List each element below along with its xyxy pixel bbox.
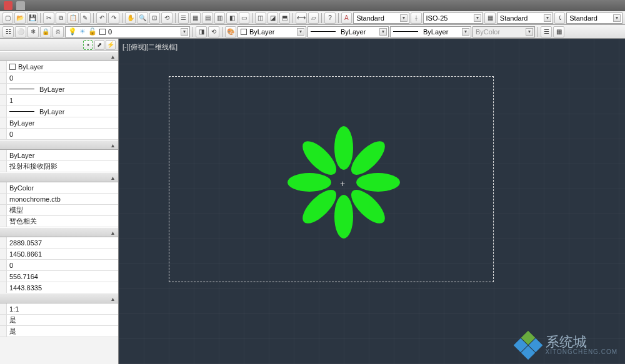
table-style-combo[interactable]: Standard ▾	[497, 12, 553, 24]
dist-icon[interactable]: ⟷	[296, 12, 306, 24]
tool-palettes-icon[interactable]: ▤	[202, 12, 212, 24]
plotstyle-combo[interactable]: ByColor ▾	[472, 26, 535, 37]
group-header[interactable]: ▴	[0, 293, 118, 303]
chevron-down-icon[interactable]: ▾	[544, 14, 551, 22]
linetype-combo[interactable]: ByLayer ▾	[308, 26, 389, 37]
properties-icon[interactable]: ☰	[178, 12, 189, 24]
chevron-down-icon[interactable]: ▾	[379, 28, 387, 36]
layer-off-icon[interactable]: ⚪	[15, 26, 26, 37]
pan-icon[interactable]: ✋	[125, 12, 136, 24]
property-value[interactable]: 556.7164	[6, 271, 118, 282]
chevron-down-icon[interactable]: ▾	[462, 28, 469, 36]
chevron-down-icon[interactable]: ▾	[400, 14, 408, 22]
sheet-set-icon[interactable]: ▥	[214, 12, 225, 24]
color-icon[interactable]: 🎨	[225, 26, 236, 37]
chevron-down-icon[interactable]: ▾	[297, 28, 304, 36]
property-value[interactable]: 投射和接收阴影	[6, 161, 118, 172]
text-style-combo[interactable]: Standard ▾	[353, 12, 409, 24]
property-row[interactable]: 1450.8661	[0, 248, 118, 260]
quickcalc-icon[interactable]: ▭	[239, 12, 249, 24]
property-value[interactable]: 0	[6, 260, 118, 270]
property-row[interactable]: ByLayer	[0, 150, 118, 161]
property-row[interactable]: 0	[0, 260, 118, 271]
property-value[interactable]: 1:1	[6, 303, 118, 314]
zoom-window-icon[interactable]: ⊡	[149, 12, 160, 24]
property-row[interactable]: 1	[0, 95, 118, 106]
property-row[interactable]: 556.7164	[0, 271, 118, 282]
property-value[interactable]: ByColor	[6, 182, 118, 193]
drawing-canvas[interactable]: [-][俯视][二维线框] + 系统城	[119, 39, 625, 364]
zoom-prev-icon[interactable]: ⟲	[161, 12, 172, 24]
property-row[interactable]: 0	[0, 129, 118, 140]
flower-drawing[interactable]: +	[281, 120, 406, 245]
property-row[interactable]: 是	[0, 326, 118, 337]
property-row[interactable]: 模型	[0, 205, 118, 216]
dim-style-icon[interactable]: ⟊	[411, 12, 421, 24]
property-row[interactable]: monochrome.ctb	[0, 194, 118, 205]
group-header[interactable]: ▴	[0, 172, 118, 182]
property-row[interactable]: 1443.8335	[0, 282, 118, 293]
wblock-icon[interactable]: ◪	[268, 12, 278, 24]
property-value[interactable]: 1443.8335	[6, 282, 118, 293]
property-row[interactable]: ByLayer	[0, 117, 118, 129]
layer-states-icon[interactable]: ⛭	[52, 26, 64, 37]
insert-icon[interactable]: ⬒	[279, 12, 290, 24]
property-row[interactable]: ByColor	[0, 182, 118, 194]
property-value[interactable]: 暂色相关	[6, 216, 118, 227]
toggle-pim-icon[interactable]: ▪	[83, 40, 93, 50]
property-row[interactable]: 1:1	[0, 303, 118, 315]
mleader-style-icon[interactable]: ⤹	[554, 12, 565, 24]
property-value[interactable]: ByLayer	[6, 117, 118, 128]
table-style-icon[interactable]: ▦	[484, 12, 495, 24]
design-center-icon[interactable]: ▦	[190, 12, 201, 24]
property-row[interactable]: 2889.0537	[0, 237, 118, 248]
paste-icon[interactable]: 📋	[68, 12, 78, 24]
property-row[interactable]: ByLayer	[0, 106, 118, 117]
property-row[interactable]: ByLayer	[0, 61, 118, 72]
copy-icon[interactable]: ⧉	[56, 12, 66, 24]
new-icon[interactable]: ▢	[2, 12, 13, 24]
color-combo[interactable]: ByLayer ▾	[238, 26, 306, 37]
property-value[interactable]: 是	[6, 315, 118, 325]
property-value[interactable]: monochrome.ctb	[6, 194, 118, 204]
chevron-down-icon[interactable]: ▾	[474, 14, 481, 22]
grid-icon[interactable]: ▦	[553, 26, 564, 37]
match-icon[interactable]: ✎	[80, 12, 91, 24]
property-value[interactable]: 1450.8661	[6, 248, 118, 259]
property-row[interactable]: ByLayer	[0, 84, 118, 95]
property-value[interactable]: ByLayer	[6, 106, 118, 117]
group-header[interactable]: ▴	[0, 51, 118, 61]
lineweight-combo[interactable]: ByLayer ▾	[390, 26, 471, 37]
property-value[interactable]: 0	[6, 72, 118, 83]
group-header[interactable]: ▴	[0, 227, 118, 237]
layer-prev-icon[interactable]: ⟲	[208, 26, 219, 37]
chevron-down-icon[interactable]: ▾	[526, 28, 533, 36]
area-icon[interactable]: ▱	[308, 12, 319, 24]
dim-style-combo[interactable]: ISO-25 ▾	[423, 12, 484, 24]
quick-select-icon[interactable]: ⚡	[106, 40, 116, 50]
zoom-icon[interactable]: 🔍	[137, 12, 148, 24]
property-value[interactable]: ByLayer	[6, 150, 118, 160]
help-icon[interactable]: ?	[324, 12, 335, 24]
save-icon[interactable]: 💾	[27, 12, 38, 24]
layer-lock-icon[interactable]: 🔒	[40, 26, 51, 37]
property-value[interactable]: 是	[6, 326, 118, 337]
chevron-down-icon[interactable]: ▾	[181, 28, 188, 36]
undo-icon[interactable]: ↶	[96, 12, 107, 24]
layer-props-icon[interactable]: ☷	[2, 26, 14, 37]
list-icon[interactable]: ☰	[541, 26, 552, 37]
property-row[interactable]: 暂色相关	[0, 216, 118, 227]
redo-icon[interactable]: ↷	[108, 12, 119, 24]
property-value[interactable]: 1	[6, 95, 118, 106]
layer-combo[interactable]: 💡 ☀ 🔓 0 ▾	[65, 26, 190, 37]
group-header[interactable]: ▴	[0, 140, 118, 150]
block-icon[interactable]: ◫	[255, 12, 266, 24]
property-value[interactable]: 模型	[6, 205, 118, 215]
cut-icon[interactable]: ✂	[43, 12, 54, 24]
property-value[interactable]: ByLayer	[6, 61, 118, 72]
layer-iso-icon[interactable]: ◨	[196, 26, 207, 37]
document-tab[interactable]	[16, 1, 25, 10]
open-icon[interactable]: 📂	[14, 12, 25, 24]
mleader-style-combo[interactable]: Standard ▾	[566, 12, 622, 24]
select-objects-icon[interactable]: ⬈	[94, 40, 104, 50]
